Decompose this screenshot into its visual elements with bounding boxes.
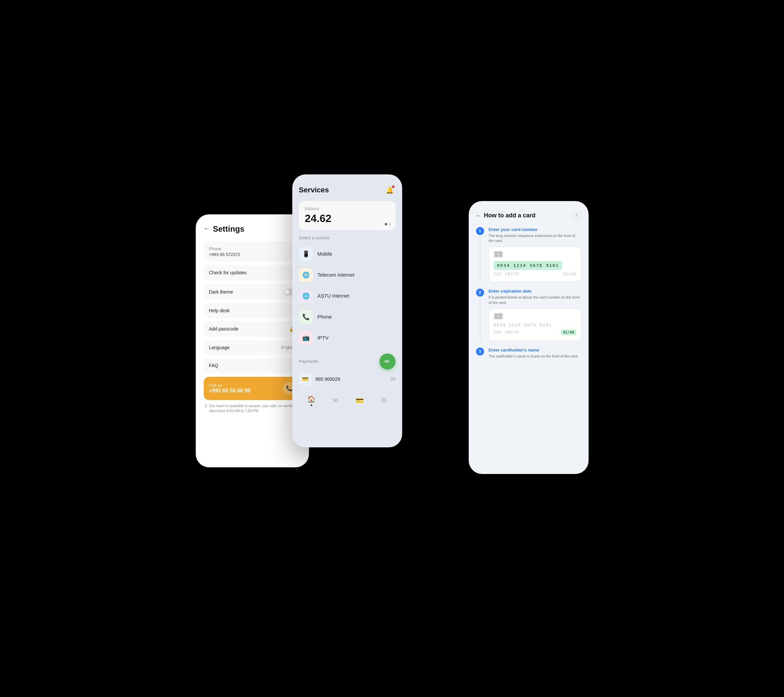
footer-note: ℹ Our team is available to answer your c…	[204, 404, 301, 414]
nav-settings[interactable]: ⚙	[381, 396, 387, 404]
phone-label: Phone	[318, 314, 332, 320]
card-guide-header: ← How to add a card ?	[476, 211, 581, 220]
iptv-icon: 📺	[299, 331, 313, 345]
card-guide-back-arrow[interactable]: ←	[476, 213, 481, 219]
select-service-label: Select a service	[299, 235, 395, 240]
settings-icon: ⚙	[381, 396, 387, 404]
help-desk-item[interactable]: Help desk ›	[204, 303, 301, 318]
info-icon: ℹ	[205, 404, 207, 409]
dark-theme-label: Dark theme	[209, 289, 233, 295]
service-iptv[interactable]: 📺 IPTV	[299, 328, 395, 348]
card-chip-2	[494, 313, 503, 320]
scene: ← Settings Phone +993 65 572372 Check fo…	[196, 175, 589, 523]
check-updates-item[interactable]: Check for updates ↻	[204, 265, 301, 280]
card-guide-phone: ← How to add a card ? 1 Enter your card …	[469, 201, 589, 474]
dark-theme-item[interactable]: Dark theme	[204, 284, 301, 300]
nav-card[interactable]: 💳	[356, 396, 364, 404]
step-3-title: Enter cardholder's name	[489, 348, 581, 353]
phone-label: Phone	[209, 246, 240, 251]
settings-title: Settings	[213, 224, 245, 234]
service-mobile[interactable]: 📱 Mobile	[299, 244, 395, 265]
balance-card: Balance 24.62	[299, 201, 395, 230]
card-name-2: JOE SMITH	[494, 330, 520, 334]
nav-home[interactable]: 🏠	[307, 395, 316, 406]
step-1-number: 1	[476, 227, 484, 235]
inbox-icon: ✉	[333, 396, 338, 404]
card-expiry-1: 01/40	[563, 272, 576, 276]
nav-home-dot	[311, 404, 312, 406]
card-expiry-2: 01/40	[561, 330, 576, 335]
balance-amount: 24.62	[305, 213, 389, 225]
card-name-1: JOE SMITH	[494, 272, 520, 276]
step-3-right: Enter cardholder's name The cardholder's…	[489, 348, 581, 362]
help-button[interactable]: ?	[572, 211, 581, 220]
step-3-desc: The cardholder's name is found on the fr…	[489, 354, 581, 359]
phone-value: +993 65 572372	[209, 252, 240, 257]
step-2-number: 2	[476, 288, 484, 297]
add-payment-fab[interactable]: ✏	[379, 354, 395, 369]
services-title: Services	[299, 186, 329, 194]
step-1-right: Enter your card number The long numeric …	[489, 227, 581, 282]
service-phone[interactable]: 📞 Phone	[299, 306, 395, 328]
call-number: +993 65 55 66 99	[209, 388, 251, 394]
step-1-title: Enter your card number	[489, 227, 581, 232]
astu-label: AŞTU Internet	[318, 293, 349, 298]
settings-phone: ← Settings Phone +993 65 572372 Check fo…	[196, 214, 309, 467]
nav-inbox[interactable]: ✉	[333, 396, 338, 404]
iptv-label: IPTV	[318, 335, 329, 341]
settings-back-arrow[interactable]: ←	[204, 225, 210, 232]
step-3-number: 3	[476, 348, 484, 356]
home-icon: 🏠	[307, 395, 316, 403]
payments-label: Payments	[299, 359, 318, 364]
toggle-knob	[284, 289, 290, 295]
notification-badge	[392, 185, 395, 188]
help-desk-label: Help desk	[209, 308, 230, 313]
step-3: 3 Enter cardholder's name The cardholder…	[476, 348, 581, 362]
service-astu[interactable]: 🌐 AŞTU Internet	[299, 286, 395, 306]
services-phone: Services 🔔 Balance 24.62 Select a servic…	[292, 175, 402, 447]
balance-label: Balance	[305, 206, 389, 211]
step-1-card: 9934 1234 5678 9101 JOE SMITH 01/40	[489, 247, 581, 282]
astu-icon: 🌐	[299, 289, 313, 303]
card-guide-title: How to add a card	[484, 212, 536, 219]
step-2-title: Enter expiration date	[489, 288, 581, 293]
phone-icon: 📞	[299, 310, 313, 324]
language-item[interactable]: Language English	[204, 340, 301, 355]
dot-2	[389, 223, 391, 225]
telecom-icon: 🌐	[299, 268, 313, 282]
step-2-desc: It is printed below or above the card nu…	[489, 295, 581, 305]
payment-icon: 💳	[299, 373, 311, 386]
service-telecom[interactable]: 🌐 Telecom Internet	[299, 265, 395, 286]
services-header: Services 🔔	[299, 185, 395, 196]
step-1-line	[480, 236, 480, 282]
card-row-2: JOE SMITH 01/40	[494, 330, 576, 335]
notification-button[interactable]: 🔔	[384, 185, 395, 196]
card-chip-1	[494, 251, 503, 258]
add-passcode-label: Add passcode	[209, 326, 239, 331]
call-label: Call us	[209, 383, 251, 388]
balance-dots	[385, 223, 391, 225]
step-2-card: 9934 1234 5678 9101 JOE SMITH 01/40	[489, 308, 581, 341]
payment-name: 865 900029	[316, 376, 340, 382]
payment-item[interactable]: 💳 865 900029 20	[299, 373, 395, 386]
step-3-left: 3	[476, 348, 484, 362]
check-updates-label: Check for updates	[209, 270, 247, 275]
settings-phone-item[interactable]: Phone +993 65 572372	[204, 242, 301, 262]
faq-item[interactable]: FAQ ›	[204, 358, 301, 373]
step-2-right: Enter expiration date It is printed belo…	[489, 288, 581, 341]
mobile-icon: 📱	[299, 247, 313, 261]
add-passcode-item[interactable]: Add passcode 🔒	[204, 321, 301, 337]
payments-section: Payments ✏ 💳 865 900029 20	[299, 354, 395, 386]
call-banner[interactable]: Call us +993 65 55 66 99 📞	[204, 377, 301, 400]
step-2: 2 Enter expiration date It is printed be…	[476, 288, 581, 341]
card-number-2: 9934 1234 5678 9101	[494, 323, 576, 328]
telecom-label: Telecom Internet	[318, 272, 354, 278]
dot-1	[385, 223, 387, 225]
step-container: 1 Enter your card number The long numeri…	[476, 227, 581, 363]
step-2-left: 2	[476, 288, 484, 341]
card-number-1: 9934 1234 5678 9101	[494, 261, 563, 270]
payments-header: Payments ✏	[299, 354, 395, 369]
service-list: 📱 Mobile 🌐 Telecom Internet 🌐 AŞTU Inter…	[299, 244, 395, 348]
card-row-1: JOE SMITH 01/40	[494, 272, 576, 276]
bottom-nav: 🏠 ✉ 💳 ⚙	[299, 391, 395, 407]
